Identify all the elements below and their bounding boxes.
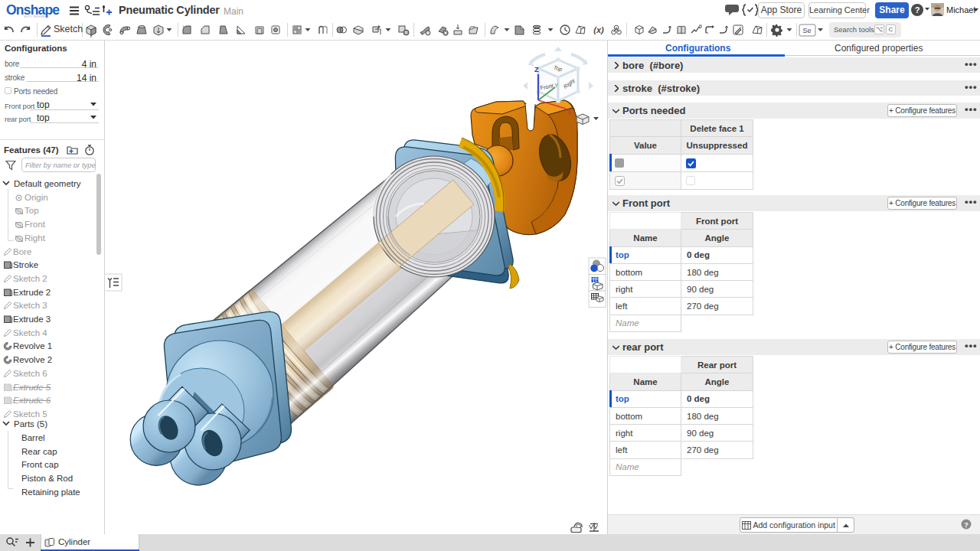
svg-text:X: X (567, 107, 573, 116)
svg-text:(x): (x) (593, 25, 604, 34)
svg-text:?: ? (964, 521, 969, 529)
svg-text:Y: Y (554, 82, 559, 89)
svg-text:Se: Se (802, 27, 811, 34)
svg-text:Z: Z (534, 65, 539, 73)
svg-text:?: ? (915, 5, 920, 15)
